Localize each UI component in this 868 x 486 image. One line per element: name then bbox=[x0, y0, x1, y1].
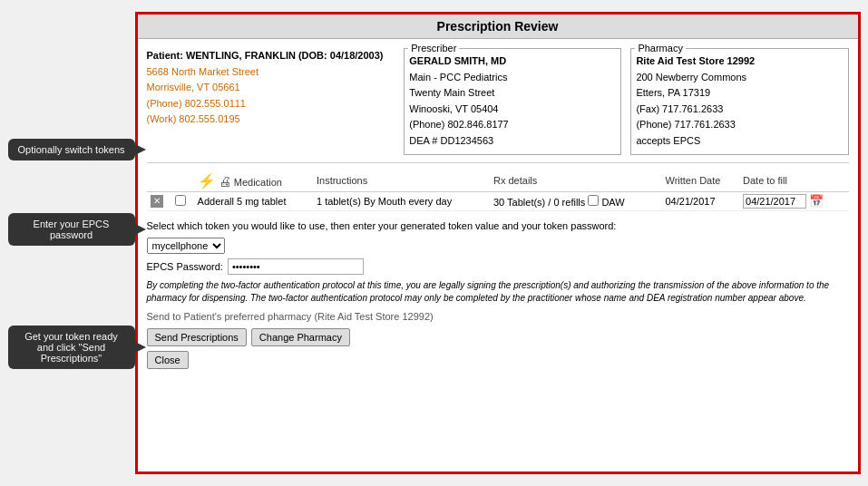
callout-send-info: Get your token ready and click "Send Pre… bbox=[8, 326, 135, 369]
daw-label: DAW bbox=[588, 197, 624, 208]
check-cell[interactable] bbox=[171, 191, 194, 210]
pharmacy-address: 200 Newberry Commons bbox=[636, 70, 843, 86]
token-instruction: Select which token you would like to use… bbox=[147, 219, 849, 234]
prescriber-practice: Main - PCC Pediatrics bbox=[409, 70, 616, 86]
callout-switch-tokens: Optionally switch tokens bbox=[8, 139, 135, 160]
col-rx: Rx details bbox=[490, 170, 661, 192]
panel-body: Patient: WENTLING, FRANKLIN (DOB: 04/18/… bbox=[138, 39, 858, 471]
table-row: ✕ Adderall 5 mg tablet 1 tablet(s) By Mo… bbox=[147, 191, 849, 210]
medication-table: ⚡ 🖨 Medication Instructions Rx details W… bbox=[147, 170, 849, 211]
medication-checkbox[interactable] bbox=[175, 195, 186, 206]
pharmacy-epcs: accepts EPCS bbox=[636, 133, 843, 150]
password-row: EPCS Password: bbox=[147, 258, 849, 275]
print-icon: 🖨 bbox=[219, 174, 231, 189]
col-medication: ⚡ 🖨 Medication bbox=[194, 170, 313, 192]
pharmacy-send-label: Send to Patient's preferred pharmacy (Ri… bbox=[147, 309, 849, 325]
delete-button[interactable]: ✕ bbox=[151, 195, 163, 208]
token-row: mycellphone bbox=[147, 238, 849, 254]
daw-checkbox[interactable] bbox=[588, 195, 599, 206]
fill-date-input[interactable] bbox=[743, 194, 806, 209]
token-section: Select which token you would like to use… bbox=[147, 219, 849, 369]
prescriber-phone: (Phone) 802.846.8177 bbox=[409, 117, 616, 133]
patient-address: 5668 North Market Street Morrisville, VT… bbox=[147, 64, 395, 128]
calendar-icon[interactable]: 📅 bbox=[809, 194, 824, 208]
pharmacy-fax: (Fax) 717.761.2633 bbox=[636, 102, 843, 118]
prescriber-address: Twenty Main Street bbox=[409, 85, 616, 102]
pharmacy-city: Etters, PA 17319 bbox=[636, 85, 843, 102]
token-select[interactable]: mycellphone bbox=[147, 238, 225, 254]
pharmacy-label: Pharmacy bbox=[635, 41, 686, 57]
col-written: Written Date bbox=[661, 170, 739, 192]
col-fill: Date to fill bbox=[739, 170, 848, 192]
fill-date-cell[interactable]: 📅 bbox=[739, 191, 848, 210]
callout-epcs-password: Enter your EPCS password bbox=[8, 213, 135, 246]
prescriber-dea: DEA # DD1234563 bbox=[409, 133, 616, 150]
pharmacy-box: Pharmacy Rite Aid Test Store 12992 200 N… bbox=[630, 48, 848, 155]
prescriber-box: Prescriber GERALD SMITH, MD Main - PCC P… bbox=[404, 48, 621, 155]
col-instructions: Instructions bbox=[313, 170, 490, 192]
written-date-cell: 04/21/2017 bbox=[661, 191, 739, 210]
col-check bbox=[171, 170, 194, 192]
prescriber-city: Winooski, VT 05404 bbox=[409, 102, 616, 118]
change-pharmacy-button[interactable]: Change Pharmacy bbox=[251, 328, 350, 346]
action-buttons: Send Prescriptions Change Pharmacy bbox=[147, 328, 849, 346]
delete-cell[interactable]: ✕ bbox=[147, 191, 171, 210]
callout-area: Optionally switch tokens Enter your EPCS… bbox=[8, 12, 135, 474]
pharmacy-phone: (Phone) 717.761.2633 bbox=[636, 117, 843, 133]
close-button[interactable]: Close bbox=[147, 351, 189, 369]
main-panel: Prescription Review Patient: WENTLING, F… bbox=[135, 12, 861, 474]
panel-title: Prescription Review bbox=[138, 15, 858, 39]
medication-cell: Adderall 5 mg tablet bbox=[194, 191, 313, 210]
patient-name: Patient: WENTLING, FRANKLIN (DOB: 04/18/… bbox=[147, 48, 395, 64]
close-row: Close bbox=[147, 351, 849, 369]
instructions-cell: 1 tablet(s) By Mouth every day bbox=[313, 191, 490, 210]
legal-text: By completing the two-factor authenticat… bbox=[147, 279, 849, 305]
send-prescriptions-button[interactable]: Send Prescriptions bbox=[147, 328, 247, 346]
epcs-password-input[interactable] bbox=[228, 258, 364, 275]
password-label: EPCS Password: bbox=[147, 259, 223, 275]
rx-cell: 30 Tablet(s) / 0 refills DAW bbox=[490, 191, 661, 210]
col-delete bbox=[147, 170, 171, 192]
prescriber-label: Prescriber bbox=[408, 41, 459, 57]
lightning-icon: ⚡ bbox=[198, 173, 216, 189]
top-section: Patient: WENTLING, FRANKLIN (DOB: 04/18/… bbox=[147, 48, 849, 163]
patient-info: Patient: WENTLING, FRANKLIN (DOB: 04/18/… bbox=[147, 48, 395, 155]
